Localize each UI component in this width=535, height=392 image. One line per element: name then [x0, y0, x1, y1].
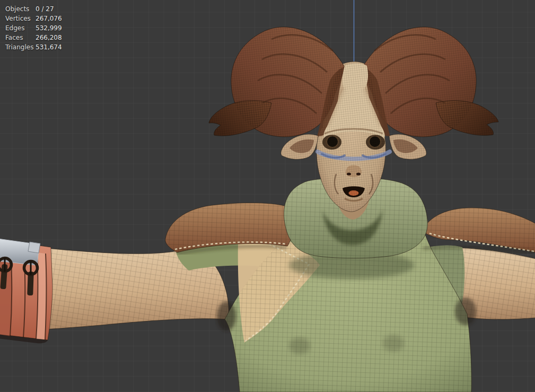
armpit-shadow-right — [455, 298, 476, 325]
stat-label: Vertices — [5, 14, 36, 23]
stat-value: 532,999 — [36, 23, 62, 33]
stat-value: 266,208 — [36, 33, 62, 42]
stat-row-edges: Edges 532,999 — [5, 23, 62, 33]
stat-label: Faces — [5, 33, 36, 42]
stat-row-faces: Faces 266,208 — [5, 33, 62, 42]
armpit-shadow-left — [217, 301, 236, 331]
stat-row-vertices: Vertices 267,076 — [5, 14, 62, 23]
stat-row-objects: Objects 0 / 27 — [5, 4, 62, 14]
stat-value: 267,076 — [36, 14, 62, 23]
stat-label: Triangles — [5, 42, 36, 52]
wrist-bracer — [0, 239, 52, 343]
stat-label: Edges — [5, 23, 36, 33]
stat-row-triangles: Triangles 531,674 — [5, 42, 62, 52]
stat-value: 0 / 27 — [36, 4, 54, 14]
bracer-metal-tab — [28, 242, 40, 253]
blender-3d-viewport[interactable]: Objects 0 / 27 Vertices 267,076 Edges 53… — [0, 0, 535, 392]
stat-label: Objects — [5, 4, 36, 14]
statistics-overlay: Objects 0 / 27 Vertices 267,076 Edges 53… — [5, 4, 62, 52]
stat-value: 531,674 — [36, 42, 62, 52]
viewport-canvas[interactable] — [0, 0, 535, 392]
